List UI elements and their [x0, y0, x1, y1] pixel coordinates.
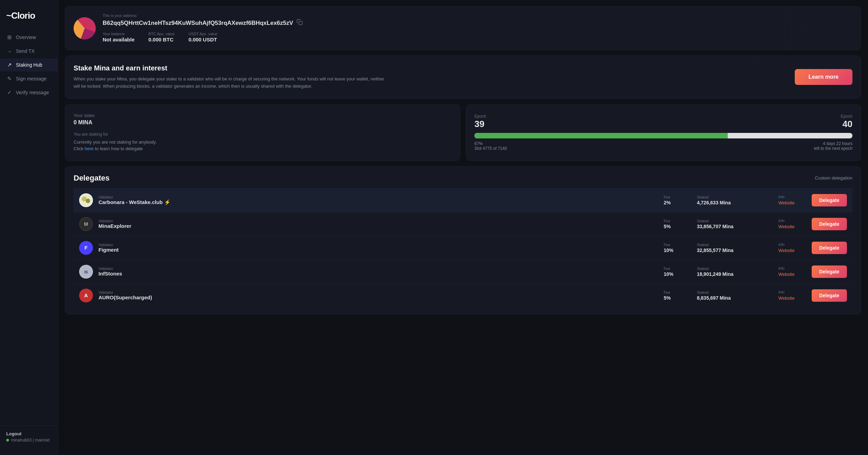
- validator-name-carbonara: Carbonara - WeStake.club ⚡: [98, 199, 658, 205]
- epoch-label-right: Epoch: [841, 114, 852, 119]
- validator-info-infstones: Validator InfStones: [98, 267, 658, 277]
- staked-label-minaexplorer: Staked: [697, 219, 773, 223]
- delegate-button-carbonara[interactable]: Delegate: [812, 194, 847, 206]
- staked-col-auro: Staked 8,835,697 Mina: [697, 290, 773, 301]
- epoch-percent: 67%: [474, 141, 507, 146]
- address-text: B62qq5QHrttCw1neHTsz94KuWSuhAjfQ53rqAXew…: [103, 20, 293, 27]
- sidebar-label-sign-message: Sign message: [16, 76, 47, 81]
- sidebar-item-staking-hub[interactable]: ↗ Staking Hub: [0, 58, 58, 71]
- delegate-button-auro[interactable]: Delegate: [812, 289, 847, 302]
- app-logo: ~Clorio: [0, 7, 58, 31]
- sidebar-username: minahub03 | mainnet: [11, 438, 50, 443]
- delegate-button-infstones[interactable]: Delegate: [812, 265, 847, 278]
- stake-title: Stake Mina and earn interest: [74, 64, 788, 72]
- validator-info-carbonara: Validator Carbonara - WeStake.club ⚡: [98, 195, 658, 205]
- delegate-row-auro[interactable]: A Validator AURO(Supercharged) Fee 5% St…: [74, 283, 852, 307]
- svg-point-3: [86, 199, 90, 203]
- svg-text:F: F: [85, 245, 88, 251]
- sidebar-item-sign-message[interactable]: ✎ Sign message: [0, 72, 58, 85]
- fee-col-carbonara: Fee 2%: [664, 195, 691, 205]
- delegate-row-figment[interactable]: F Validator Figment Fee 10% Staked 32,85…: [74, 236, 852, 260]
- epoch-footer: 67% Slot 4775 of 7140 4 days 22 hours le…: [474, 141, 852, 151]
- delegate-button-minaexplorer[interactable]: Delegate: [812, 218, 847, 230]
- validator-name-infstones: InfStones: [98, 271, 658, 277]
- website-link-infstones[interactable]: Website: [779, 272, 795, 277]
- delegates-header: Delegates Custom delegation: [74, 174, 852, 183]
- main-content: This is your address B62qq5QHrttCw1neHTs…: [58, 0, 868, 455]
- website-link-minaexplorer[interactable]: Website: [779, 224, 795, 229]
- svg-text:IS: IS: [84, 270, 88, 274]
- stake-info-card: Stake Mina and earn interest When you st…: [65, 56, 861, 99]
- website-link-auro[interactable]: Website: [779, 296, 795, 301]
- sidebar-item-send-tx[interactable]: → Send TX: [0, 45, 58, 58]
- info-label-minaexplorer: info: [779, 219, 806, 223]
- delegate-button-figment[interactable]: Delegate: [812, 242, 847, 254]
- epoch-slot: Slot 4775 of 7140: [474, 146, 507, 151]
- epoch-left: Epoch 39: [474, 114, 486, 129]
- sidebar-label-send-tx: Send TX: [16, 48, 35, 54]
- usdt-value: 0.000 USDT: [188, 37, 217, 42]
- sidebar-item-verify-message[interactable]: ✓ Verify message: [0, 86, 58, 99]
- svg-rect-0: [299, 21, 302, 25]
- stake-stats-row: Your stake 0 MINA You are staking for Cu…: [65, 104, 861, 161]
- balance-mina: Your balance Not available: [103, 32, 135, 43]
- logout-button[interactable]: Logout: [6, 431, 51, 436]
- send-tx-icon: →: [6, 48, 12, 54]
- validator-icon-infstones: IS: [79, 265, 93, 279]
- fee-value-infstones: 10%: [664, 271, 691, 277]
- delegate-row-minaexplorer[interactable]: M Validator MinaExplorer Fee 5% Staked 3…: [74, 212, 852, 236]
- info-col-infstones: info Website: [779, 266, 806, 277]
- validator-type-infstones: Validator: [98, 267, 658, 271]
- epoch-card: Epoch 39 Epoch 40 67% Slot 4775 of 7140 …: [466, 104, 861, 161]
- info-label-carbonara: info: [779, 195, 806, 199]
- staked-col-figment: Staked 32,855,577 Mina: [697, 243, 773, 253]
- epoch-progress-bar: [474, 133, 852, 138]
- staked-col-minaexplorer: Staked 33,856,707 Mina: [697, 219, 773, 229]
- sidebar-nav: ⊞ Overview → Send TX ↗ Staking Hub ✎ Sig…: [0, 31, 58, 425]
- delegate-row-carbonara[interactable]: Validator Carbonara - WeStake.club ⚡ Fee…: [74, 188, 852, 212]
- header-info: This is your address B62qq5QHrttCw1neHTs…: [103, 13, 852, 43]
- info-label-auro: info: [779, 290, 806, 294]
- custom-delegation-button[interactable]: Custom delegation: [815, 175, 852, 181]
- staked-label-infstones: Staked: [697, 267, 773, 271]
- connection-status-dot: [6, 439, 9, 442]
- website-link-carbonara[interactable]: Website: [779, 200, 795, 205]
- click-text: Click: [74, 146, 83, 151]
- website-link-figment[interactable]: Website: [779, 248, 795, 253]
- fee-value-minaexplorer: 5%: [664, 224, 691, 229]
- sidebar-item-overview[interactable]: ⊞ Overview: [0, 31, 58, 44]
- fee-col-minaexplorer: Fee 5%: [664, 219, 691, 229]
- validator-type-figment: Validator: [98, 243, 658, 247]
- epoch-progress-info: 67% Slot 4775 of 7140: [474, 141, 507, 151]
- epoch-label-left: Epoch: [474, 114, 486, 119]
- staked-value-auro: 8,835,697 Mina: [697, 295, 773, 301]
- validator-icon-auro: A: [79, 289, 93, 302]
- fee-label-infstones: Fee: [664, 267, 691, 271]
- validator-name-auro: AURO(Supercharged): [98, 294, 658, 300]
- sign-message-icon: ✎: [6, 76, 12, 82]
- svg-text:A: A: [84, 293, 88, 298]
- btc-label: BTC Apx. value: [149, 32, 175, 36]
- epoch-number-right: 40: [841, 119, 852, 129]
- staked-label-figment: Staked: [697, 243, 773, 247]
- validator-info-figment: Validator Figment: [98, 243, 658, 253]
- staked-label-auro: Staked: [697, 290, 773, 294]
- epoch-header: Epoch 39 Epoch 40: [474, 114, 852, 129]
- your-stake-card: Your stake 0 MINA You are staking for Cu…: [65, 104, 460, 161]
- balance-usdt: USDT Apx. value 0.000 USDT: [188, 32, 217, 43]
- copy-address-icon[interactable]: [296, 19, 303, 27]
- info-label-infstones: info: [779, 266, 806, 270]
- delegate-table: Validator Carbonara - WeStake.club ⚡ Fee…: [74, 188, 852, 307]
- delegate-row-infstones[interactable]: IS Validator InfStones Fee 10% Staked 18…: [74, 260, 852, 283]
- info-col-figment: info Website: [779, 242, 806, 253]
- staking-hub-icon: ↗: [6, 62, 12, 68]
- wallet-address: B62qq5QHrttCw1neHTsz94KuWSuhAjfQ53rqAXew…: [103, 19, 852, 27]
- learn-more-button[interactable]: Learn more: [795, 69, 852, 85]
- avatar: [74, 17, 96, 39]
- validator-type-minaexplorer: Validator: [98, 219, 658, 223]
- sidebar-label-staking-hub: Staking Hub: [16, 62, 42, 68]
- staking-for-text: Currently you are not staking for anybod…: [74, 139, 452, 152]
- header-card: This is your address B62qq5QHrttCw1neHTs…: [65, 6, 861, 50]
- delegate-here-link[interactable]: here: [85, 146, 94, 151]
- balance-value: Not available: [103, 37, 135, 42]
